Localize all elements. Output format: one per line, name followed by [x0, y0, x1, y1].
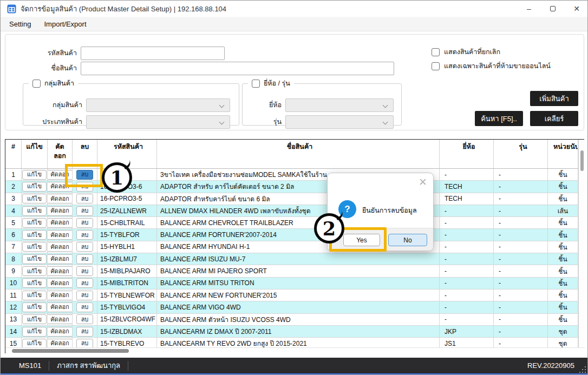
group-label: กลุ่มสินค้า: [31, 98, 82, 112]
product-code-cell: 15-HYBLH1: [97, 241, 157, 253]
row-number: 2: [5, 181, 22, 193]
vertical-scrollbar-thumb[interactable]: [580, 150, 584, 171]
product-name-input[interactable]: [81, 62, 394, 75]
edit-button[interactable]: แก้ไข: [22, 206, 47, 216]
edit-button[interactable]: แก้ไข: [22, 170, 47, 180]
delete-button[interactable]: ลบ: [76, 242, 94, 252]
edit-button[interactable]: แก้ไข: [22, 254, 47, 264]
unit-cell: เส้น: [548, 205, 578, 217]
edit-button[interactable]: แก้ไข: [22, 314, 47, 324]
clear-button[interactable]: เคลียร์: [530, 111, 578, 126]
revision-label: REV.20220905: [527, 361, 574, 370]
delete-button[interactable]: ลบ: [76, 230, 94, 240]
copy-button[interactable]: คัดลอก: [48, 278, 73, 288]
product-code-cell: 15-CHBLTRAIL: [97, 217, 157, 229]
dialog-message: ยืนยันการลบข้อมูล: [362, 205, 417, 216]
model-cell: -: [494, 217, 548, 229]
group-filter-checkbox[interactable]: [32, 80, 41, 88]
edit-button[interactable]: แก้ไข: [22, 278, 47, 288]
no-button[interactable]: No: [388, 234, 427, 246]
brand-dropdown[interactable]: [285, 98, 394, 112]
group-dropdown[interactable]: [86, 98, 230, 112]
table-row: 8แก้ไขคัดลอกลบ15-IZBLMU7BALANCE ARM ISUZ…: [5, 253, 578, 265]
copy-button[interactable]: คัดลอก: [48, 230, 73, 240]
copy-button[interactable]: คัดลอก: [48, 254, 73, 264]
edit-button[interactable]: แก้ไข: [22, 182, 47, 192]
edit-button[interactable]: แก้ไข: [22, 218, 47, 228]
product-code-input[interactable]: [81, 47, 225, 60]
copy-button[interactable]: คัดลอก: [48, 314, 73, 324]
copy-button[interactable]: คัดลอก: [48, 327, 73, 337]
model-dropdown[interactable]: [285, 115, 394, 129]
edit-button[interactable]: แก้ไข: [22, 291, 47, 300]
brand-cell: -: [440, 265, 494, 277]
maximize-button[interactable]: [541, 1, 565, 17]
brand-cell: -: [440, 229, 494, 241]
title-bar: จัดการข้อมูลสินค้า (Product Master Detai…: [1, 1, 588, 17]
edit-button[interactable]: แก้ไข: [22, 339, 47, 347]
model-cell: -: [494, 301, 548, 313]
product-name-cell: BALANCE ARM NEW FORTUNER'2015: [157, 290, 440, 301]
edit-button[interactable]: แก้ไข: [22, 194, 47, 203]
unit-cell: ชิ้น: [548, 290, 578, 301]
dialog-close-icon[interactable]: ✕: [419, 176, 427, 188]
type-dropdown[interactable]: [86, 115, 230, 129]
resize-grip[interactable]: [579, 366, 586, 373]
copy-button[interactable]: คัดลอก: [48, 206, 73, 216]
product-code-cell: 15-TYBLFOR: [97, 229, 157, 241]
edit-button[interactable]: แก้ไข: [22, 230, 47, 240]
delete-button[interactable]: ลบ: [76, 339, 94, 347]
close-button[interactable]: ✕: [565, 1, 588, 17]
row-number: 14: [5, 326, 22, 338]
delete-button[interactable]: ลบ: [76, 327, 94, 337]
edit-button[interactable]: แก้ไข: [22, 302, 47, 312]
search-button[interactable]: ค้นหา [F5]..: [475, 111, 523, 126]
horizontal-scrollbar[interactable]: [5, 347, 585, 353]
delete-button[interactable]: ลบ: [76, 291, 94, 300]
delete-button[interactable]: ลบ: [76, 302, 94, 312]
edit-button[interactable]: แก้ไข: [22, 266, 47, 276]
copy-button[interactable]: คัดลอก: [48, 339, 73, 347]
copy-button[interactable]: คัดลอก: [48, 266, 73, 276]
copy-button[interactable]: คัดลอก: [48, 218, 73, 228]
menu-bar: Setting Import/Export: [1, 17, 588, 31]
brand-filter-checkbox[interactable]: [252, 80, 260, 88]
header-unit: หน่วยนับ: [548, 140, 578, 168]
product-name-cell: BALANCE ARM MITSU TRITON: [157, 278, 440, 290]
menu-item-import-export[interactable]: Import/Export: [37, 17, 93, 31]
unit-cell: ชิ้น: [548, 217, 578, 229]
row-number: 15: [5, 338, 22, 347]
copy-button[interactable]: คัดลอก: [48, 242, 73, 252]
edit-button[interactable]: แก้ไข: [22, 242, 47, 252]
row-number: 1: [5, 169, 22, 181]
product-code-cell: 25-IZALLNEWR: [97, 205, 157, 217]
product-code-label: รหัสสินค้า: [24, 47, 77, 60]
delete-button[interactable]: ลบ: [76, 314, 94, 324]
delete-button[interactable]: ลบ: [76, 194, 94, 203]
header-model: รุ่น: [494, 140, 548, 168]
horizontal-scrollbar-thumb[interactable]: [12, 349, 129, 353]
delete-button[interactable]: ลบ: [76, 218, 94, 228]
copy-button[interactable]: คัดลอก: [48, 194, 73, 203]
delete-button[interactable]: ลบ: [76, 254, 94, 264]
copy-button[interactable]: คัดลอก: [48, 302, 73, 312]
delete-cell: ลบ: [73, 193, 97, 205]
delete-button[interactable]: ลบ: [76, 278, 94, 288]
edit-button[interactable]: แก้ไข: [22, 327, 47, 337]
brand-cell: TECH: [440, 181, 494, 193]
delete-button[interactable]: ลบ: [76, 266, 94, 276]
copy-button[interactable]: คัดลอก: [48, 291, 73, 300]
row-number: 4: [5, 205, 22, 217]
show-online-banned-checkbox[interactable]: [432, 62, 440, 70]
model-cell: -: [494, 169, 548, 181]
brand-cell: -: [440, 290, 494, 301]
add-product-button[interactable]: เพิ่มสินค้า: [530, 91, 578, 106]
vertical-scrollbar[interactable]: [578, 140, 585, 347]
minimize-button[interactable]: –: [517, 1, 541, 17]
delete-button[interactable]: ลบ: [76, 206, 94, 216]
delete-cell: ลบ: [73, 338, 97, 347]
copy-cell: คัดลอก: [48, 278, 73, 290]
menu-item-setting[interactable]: Setting: [1, 17, 37, 31]
show-cancelled-checkbox[interactable]: [432, 48, 440, 56]
unit-cell: ชิ้น: [548, 301, 578, 313]
